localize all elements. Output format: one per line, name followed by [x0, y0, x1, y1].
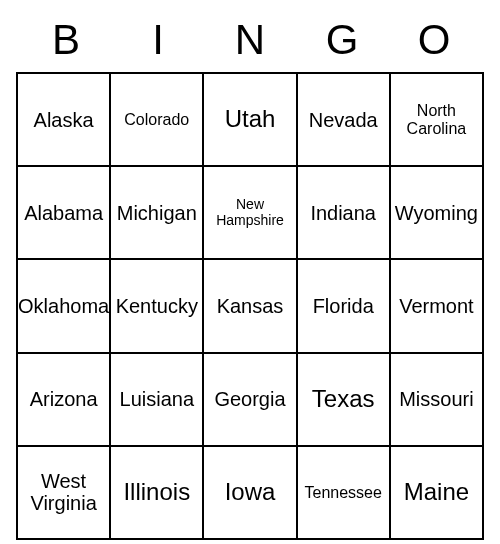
bingo-cell[interactable]: Utah	[203, 73, 296, 166]
bingo-cell[interactable]: Florida	[297, 259, 390, 352]
header-letter-b: B	[20, 16, 112, 64]
bingo-cell[interactable]: Tennessee	[297, 446, 390, 539]
bingo-cell[interactable]: Kentucky	[110, 259, 203, 352]
bingo-cell[interactable]: Kansas	[203, 259, 296, 352]
bingo-card: B I N G O AlaskaColoradoUtahNevadaNorth …	[16, 16, 484, 540]
header-letter-n: N	[204, 16, 296, 64]
header-letter-i: I	[112, 16, 204, 64]
bingo-cell[interactable]: Alaska	[17, 73, 110, 166]
bingo-cell[interactable]: Vermont	[390, 259, 483, 352]
bingo-cell[interactable]: West Virginia	[17, 446, 110, 539]
header-letter-o: O	[388, 16, 480, 64]
bingo-cell[interactable]: Luisiana	[110, 353, 203, 446]
bingo-cell[interactable]: Arizona	[17, 353, 110, 446]
bingo-grid: AlaskaColoradoUtahNevadaNorth CarolinaAl…	[16, 72, 484, 540]
bingo-cell[interactable]: Wyoming	[390, 166, 483, 259]
bingo-cell[interactable]: Indiana	[297, 166, 390, 259]
bingo-cell[interactable]: Maine	[390, 446, 483, 539]
bingo-cell[interactable]: Nevada	[297, 73, 390, 166]
bingo-cell[interactable]: Texas	[297, 353, 390, 446]
bingo-cell[interactable]: Georgia	[203, 353, 296, 446]
bingo-cell[interactable]: Oklahoma	[17, 259, 110, 352]
bingo-cell[interactable]: New Hampshire	[203, 166, 296, 259]
bingo-cell[interactable]: Illinois	[110, 446, 203, 539]
bingo-cell[interactable]: North Carolina	[390, 73, 483, 166]
header-letter-g: G	[296, 16, 388, 64]
bingo-cell[interactable]: Missouri	[390, 353, 483, 446]
bingo-cell[interactable]: Iowa	[203, 446, 296, 539]
bingo-cell[interactable]: Michigan	[110, 166, 203, 259]
bingo-header: B I N G O	[16, 16, 484, 64]
bingo-cell[interactable]: Alabama	[17, 166, 110, 259]
bingo-cell[interactable]: Colorado	[110, 73, 203, 166]
